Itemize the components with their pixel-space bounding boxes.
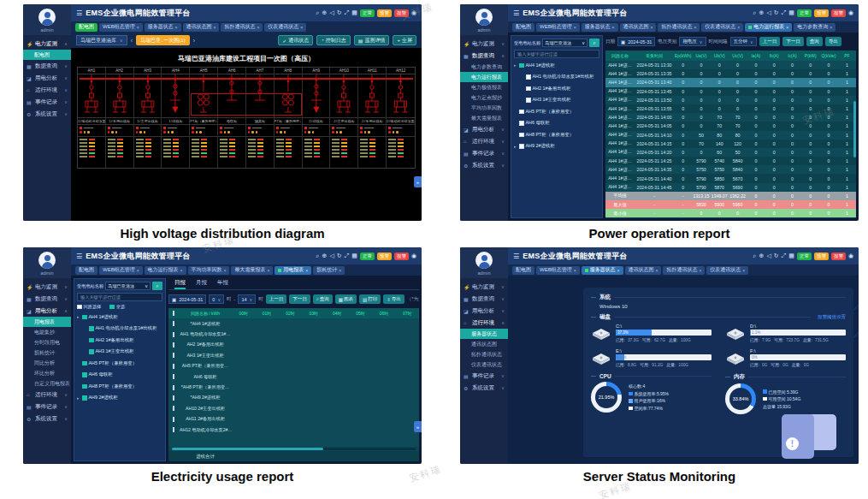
diagram-bay[interactable]: AH31#主变出线柜 <box>134 68 162 168</box>
table-row[interactable]: AH4 1#进…2024-05-31 13:300000000001 <box>605 61 856 69</box>
prev-day-button[interactable]: 上一日 <box>266 294 287 304</box>
hour-to-select[interactable]: 14∨ <box>238 294 256 304</box>
close-icon[interactable]: × <box>786 25 788 30</box>
checkbox[interactable] <box>526 86 531 92</box>
period-tab-2[interactable]: 年报 <box>217 278 228 289</box>
submenu-item[interactable]: 电力定点报抄 <box>460 92 508 103</box>
tree-node[interactable]: ▸AH9 2#进线柜 <box>514 142 599 151</box>
tree-node[interactable]: AH2 1#备用出线柜 <box>514 84 599 93</box>
tab-item[interactable]: 电力参数查询× <box>794 23 836 32</box>
collapse-handle[interactable]: » <box>414 421 422 432</box>
tree-node[interactable]: AH6 母联柜 <box>77 371 162 380</box>
search-icon[interactable]: ⌕ <box>753 9 757 16</box>
diagram-bay[interactable]: AH102#主变出线柜 <box>330 68 358 168</box>
toggle-icon[interactable]: ▸ <box>514 62 517 68</box>
filter-input[interactable]: 输入关键字进行过滤 <box>514 50 599 58</box>
close-icon[interactable]: × <box>180 268 183 273</box>
close-icon[interactable]: × <box>742 268 745 273</box>
close-icon[interactable]: × <box>224 268 227 273</box>
checkbox-checked[interactable] <box>89 349 94 354</box>
tree-node[interactable]: ▸AH4 1#进线柜 <box>514 61 599 70</box>
checkbox[interactable] <box>173 406 174 411</box>
submenu-item[interactable]: 电力运行报表 <box>460 72 508 82</box>
menu-toggle-icon[interactable]: ☰ <box>76 252 82 260</box>
search-button[interactable]: ⌕ <box>589 39 599 47</box>
sidebar-item-data[interactable]: ▦数据查询∨ <box>460 293 508 305</box>
tab-item[interactable]: 最大需量报表× <box>231 266 273 275</box>
submenu-item[interactable]: 电力参数查询 <box>460 62 508 72</box>
tab-item[interactable]: 通讯状态图× <box>620 23 657 32</box>
date-picker[interactable]: ▣2024-05-31 <box>168 294 206 304</box>
sidebar-item-events[interactable]: ▤事件记录∨ <box>23 401 71 413</box>
globe-icon[interactable]: ⊕ <box>759 252 765 259</box>
checkbox[interactable] <box>77 305 82 310</box>
collapse-handle[interactable]: » <box>414 176 422 187</box>
diagram-bay[interactable]: AH11#电动机冷却水泵出线柜 <box>78 68 106 168</box>
search-button[interactable]: ⌕ <box>152 282 162 290</box>
tree-node[interactable]: AH5 PT柜（兼所用变） <box>514 107 599 116</box>
toolbar-button[interactable]: ▤遥测详情 <box>354 35 390 45</box>
horizontal-scrollbar[interactable] <box>172 448 416 450</box>
status-badge-2[interactable]: 报警 <box>831 252 846 260</box>
checkbox-checked[interactable] <box>109 305 115 310</box>
table-row[interactable]: AH4 1#进…2024-05-31 14:350575057505840000… <box>605 165 856 174</box>
close-icon[interactable]: × <box>305 268 308 273</box>
status-badge-2[interactable]: 报警 <box>394 9 409 17</box>
refresh-icon[interactable]: ↻ <box>774 9 779 16</box>
table-row[interactable]: AH4 1#进…2024-05-31 14:400579058505670000… <box>605 174 856 182</box>
scrollbar-thumb[interactable] <box>853 101 856 158</box>
tab-item[interactable]: 配电图 <box>75 266 97 275</box>
status-badge-1[interactable]: 预警 <box>814 252 829 260</box>
checkbox[interactable] <box>173 311 174 316</box>
close-icon[interactable]: × <box>267 268 269 273</box>
checkbox-checked[interactable] <box>82 395 87 401</box>
table-row[interactable]: AH11 2#备用出线柜 <box>168 414 419 425</box>
submenu-item[interactable]: 自定义用电报表 <box>23 378 71 389</box>
menu-toggle-icon[interactable]: ☰ <box>76 9 82 17</box>
checkbox[interactable] <box>173 427 174 432</box>
checkbox[interactable] <box>173 321 174 326</box>
apps-icon[interactable]: ▦ <box>788 252 794 259</box>
status-badge-1[interactable]: 预警 <box>377 252 392 260</box>
sidebar-item-power[interactable]: ⚡电力监测∨ <box>460 281 508 293</box>
next-day-button[interactable]: 下一日 <box>782 37 804 46</box>
tab-item[interactable]: 拓扑通讯状态× <box>663 266 705 275</box>
checkbox[interactable] <box>519 133 524 138</box>
tree-node[interactable]: AH3 1#主变出线柜 <box>77 348 162 357</box>
diagram-bay[interactable]: AH8PT柜（兼所用变） <box>275 68 303 168</box>
user-icon[interactable]: ◉ <box>411 252 416 259</box>
station-select[interactable]: 马瑞巴亚港油库∨ <box>76 35 127 45</box>
fullscreen-icon[interactable]: ⤢ <box>782 252 787 259</box>
checkbox[interactable] <box>173 374 174 379</box>
status-badge-2[interactable]: 报警 <box>394 252 409 260</box>
hour-from-select[interactable]: 0∨ <box>209 294 224 304</box>
table-row[interactable]: AH4 1#进…2024-05-31 13:450000000001 <box>605 87 856 96</box>
sidebar-item-data[interactable]: ▦数据查询∨ <box>23 60 71 72</box>
sidebar-item-power[interactable]: ⚡电力监测∧ <box>23 38 71 50</box>
table-row[interactable]: AH12 电动机冷却水泵2#… <box>168 425 419 435</box>
sidebar-item-data[interactable]: ▦数据查询∧ <box>460 50 508 62</box>
diagram-page-tab[interactable]: 马瑞巴亚..一次图(1) <box>136 35 190 45</box>
close-icon[interactable]: × <box>737 25 740 30</box>
tab-item[interactable]: 仪表通讯状态× <box>701 23 743 32</box>
toolbar-button[interactable]: +全屏 <box>393 35 416 45</box>
refresh-icon[interactable]: ↻ <box>337 252 342 259</box>
checkbox[interactable] <box>173 385 174 390</box>
checkbox[interactable] <box>519 110 524 115</box>
period-tab-0[interactable]: 日报 <box>174 278 186 289</box>
diagram-bay[interactable]: AH5PT柜（兼所用变） <box>190 68 218 168</box>
close-icon[interactable]: × <box>656 268 658 273</box>
sidebar-item-power[interactable]: ⚡电力监测∨ <box>23 281 71 293</box>
table-row[interactable]: AH10 2#主变出线柜 <box>168 403 419 413</box>
checkbox[interactable] <box>173 395 174 401</box>
refresh-icon[interactable]: ↻ <box>337 9 342 16</box>
filter-input[interactable]: 输入关键字进行过滤 <box>77 293 162 301</box>
close-icon[interactable]: × <box>617 268 620 273</box>
status-badge-0[interactable]: 正常 <box>360 9 375 17</box>
checkbox-checked[interactable] <box>82 372 87 377</box>
menu-toggle-icon[interactable]: ☰ <box>513 9 519 17</box>
submenu-item[interactable]: 平均功率因数 <box>460 103 508 113</box>
date-picker[interactable]: ▣2024-05-31 <box>617 37 655 46</box>
chart-button[interactable]: ▦图表 <box>335 294 357 304</box>
submenu-item[interactable]: 最大需量报表 <box>460 113 508 123</box>
